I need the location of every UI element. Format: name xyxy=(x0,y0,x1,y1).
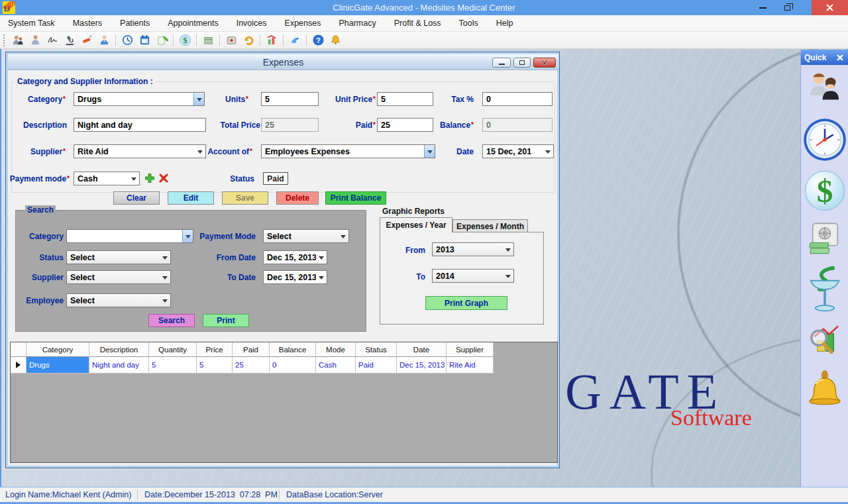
package-icon[interactable] xyxy=(199,33,217,48)
quick-reports-icon[interactable] xyxy=(806,323,844,362)
quick-close-button[interactable] xyxy=(835,52,845,63)
units-input[interactable]: 5 xyxy=(261,92,319,106)
search-payment-mode-combo[interactable]: Select xyxy=(263,229,349,243)
graph-to-combo[interactable]: 2014 xyxy=(432,269,514,283)
tab-expenses-year[interactable]: Expenses / Year xyxy=(380,217,452,232)
dialog-titlebar[interactable]: Expenses xyxy=(8,54,558,70)
chevron-down-icon xyxy=(129,172,139,185)
grid-col-status[interactable]: Status xyxy=(356,342,397,357)
syringe-icon[interactable] xyxy=(78,33,95,48)
tax-input[interactable]: 0 xyxy=(482,92,553,106)
date-combo[interactable]: 15 Dec, 201 xyxy=(482,144,554,158)
grid-col-paid[interactable]: Paid xyxy=(233,342,270,357)
cell-date[interactable]: Dec 15, 2013 xyxy=(397,357,447,374)
menu-masters[interactable]: Masters xyxy=(73,19,102,28)
cell-description[interactable]: Night and day xyxy=(89,357,149,374)
quick-panel-header[interactable]: Quick xyxy=(801,50,848,65)
quick-clock-icon[interactable] xyxy=(803,118,847,162)
grid-col-balance[interactable]: Balance xyxy=(270,342,316,357)
patients-icon[interactable] xyxy=(9,33,26,48)
search-category-combo[interactable] xyxy=(66,229,193,243)
graph-from-combo[interactable]: 2013 xyxy=(432,242,514,256)
save-button[interactable]: Save xyxy=(222,191,268,205)
toolbar-grip[interactable] xyxy=(3,34,6,46)
unit-price-input[interactable]: 5 xyxy=(377,92,433,106)
grid-data-row[interactable]: Drugs Night and day 5 5 25 0 Cash Paid D… xyxy=(11,357,494,374)
menu-help[interactable]: Help xyxy=(496,19,513,28)
search-employee-combo[interactable]: Select xyxy=(66,293,171,307)
bird-icon[interactable] xyxy=(286,33,303,48)
payment-mode-combo[interactable]: Cash xyxy=(74,172,140,185)
microscope-icon[interactable] xyxy=(61,33,78,48)
dialog-close-button[interactable] xyxy=(533,58,556,68)
menu-appointments[interactable]: Appointments xyxy=(168,19,218,28)
quick-safe-icon[interactable] xyxy=(806,220,843,257)
status-separator xyxy=(279,489,280,500)
delete-button[interactable]: Delete xyxy=(276,191,319,205)
search-status-combo[interactable]: Select xyxy=(66,250,171,264)
grid-col-supplier[interactable]: Supplier xyxy=(447,342,494,357)
quick-patients-icon[interactable] xyxy=(806,69,844,110)
row-selector-arrow-icon xyxy=(16,362,21,368)
search-to-date-combo[interactable]: Dec 15, 2013 xyxy=(263,270,327,284)
prescription-icon[interactable] xyxy=(153,33,170,48)
cashbox-icon[interactable] xyxy=(223,33,240,48)
cell-status[interactable]: Paid xyxy=(356,357,397,374)
grid-col-date[interactable]: Date xyxy=(397,342,447,357)
chart-icon[interactable] xyxy=(263,33,280,48)
quick-panel-title: Quick xyxy=(801,53,826,62)
undo-icon[interactable] xyxy=(240,33,257,48)
grid-col-category[interactable]: Category xyxy=(26,342,89,357)
grid-col-mode[interactable]: Mode xyxy=(316,342,356,357)
doctor-icon[interactable] xyxy=(95,33,113,48)
bell-icon[interactable] xyxy=(327,33,344,48)
signature-icon[interactable] xyxy=(44,33,61,48)
grid-col-price[interactable]: Price xyxy=(197,342,233,357)
minimize-button[interactable] xyxy=(753,0,772,15)
grid-col-quantity[interactable]: Quantity xyxy=(149,342,197,357)
cell-supplier[interactable]: Rite Aid xyxy=(447,357,494,374)
print-balance-button[interactable]: Print Balance xyxy=(325,191,386,205)
edit-button[interactable]: Edit xyxy=(168,191,214,205)
restore-button[interactable] xyxy=(776,0,798,15)
category-combo[interactable]: Drugs xyxy=(74,92,205,106)
cell-balance[interactable]: 0 xyxy=(270,357,316,374)
menu-profit-loss[interactable]: Profit & Loss xyxy=(394,19,441,28)
close-button[interactable] xyxy=(812,0,848,15)
description-input[interactable]: Night and day xyxy=(74,118,206,132)
row-selector[interactable] xyxy=(11,357,26,374)
tab-expenses-month[interactable]: Expenses / Month xyxy=(452,219,528,232)
cell-price[interactable]: 5 xyxy=(197,357,233,374)
clock-icon[interactable] xyxy=(119,33,136,48)
cell-category[interactable]: Drugs xyxy=(26,357,89,374)
dialog-minimize-button[interactable] xyxy=(492,58,511,68)
account-of-combo[interactable]: Employees Expenses xyxy=(261,144,435,158)
print-graph-button[interactable]: Print Graph xyxy=(425,296,507,310)
grid-col-description[interactable]: Description xyxy=(89,342,149,357)
dialog-maximize-button[interactable] xyxy=(513,58,531,68)
search-button[interactable]: Search xyxy=(148,314,195,327)
menu-system-task[interactable]: System Task xyxy=(8,19,55,28)
quick-bell-icon[interactable] xyxy=(806,370,844,413)
menu-patients[interactable]: Patients xyxy=(120,19,150,28)
menu-invoices[interactable]: Invoices xyxy=(237,19,267,28)
supplier-combo[interactable]: Rite Aid xyxy=(74,144,206,158)
help-icon[interactable]: ? xyxy=(309,33,327,48)
cell-quantity[interactable]: 5 xyxy=(149,357,197,374)
money-icon[interactable]: $ xyxy=(176,33,193,48)
delete-payment-mode-icon[interactable] xyxy=(158,173,169,183)
search-from-date-combo[interactable]: Dec 15, 2013 xyxy=(263,250,327,264)
menu-expenses[interactable]: Expenses xyxy=(285,19,321,28)
clear-button[interactable]: Clear xyxy=(113,191,160,205)
menu-tools[interactable]: Tools xyxy=(459,19,478,28)
search-supplier-combo[interactable]: Select xyxy=(66,270,171,284)
patient-icon[interactable] xyxy=(26,33,44,48)
cell-mode[interactable]: Cash xyxy=(316,357,356,374)
menu-pharmacy[interactable]: Pharmacy xyxy=(339,19,376,28)
quick-pharmacy-icon[interactable] xyxy=(804,265,845,315)
calendar-icon[interactable] xyxy=(136,33,153,48)
print-button[interactable]: Print xyxy=(203,314,249,327)
add-payment-mode-icon[interactable] xyxy=(144,173,155,183)
cell-paid[interactable]: 25 xyxy=(233,357,270,374)
quick-money-icon[interactable]: $ xyxy=(804,170,846,212)
